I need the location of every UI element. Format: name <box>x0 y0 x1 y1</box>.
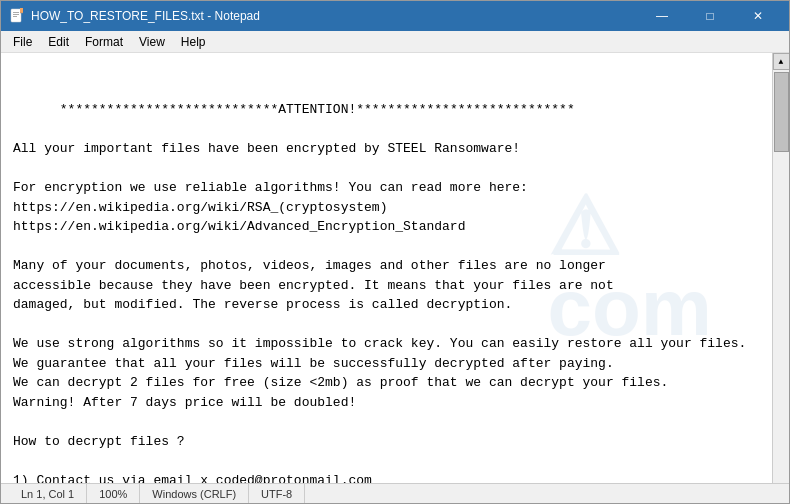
status-zoom: 100% <box>87 484 140 503</box>
status-charset: UTF-8 <box>249 484 305 503</box>
menu-file[interactable]: File <box>5 33 40 51</box>
zoom-text: 100% <box>99 488 127 500</box>
menu-format[interactable]: Format <box>77 33 131 51</box>
scrollbar-up-button[interactable]: ▲ <box>773 53 790 70</box>
minimize-button[interactable]: — <box>639 5 685 27</box>
notepad-icon <box>9 8 25 24</box>
text-editor[interactable]: ⚠com ****************************ATTENTI… <box>1 53 772 483</box>
scrollbar[interactable]: ▲ <box>772 53 789 483</box>
svg-rect-0 <box>11 9 21 22</box>
svg-rect-4 <box>20 8 23 13</box>
maximize-button[interactable]: □ <box>687 5 733 27</box>
status-line-col: Ln 1, Col 1 <box>9 484 87 503</box>
line-col-text: Ln 1, Col 1 <box>21 488 74 500</box>
title-bar-controls: — □ ✕ <box>639 5 781 27</box>
main-window: HOW_TO_RESTORE_FILES.txt - Notepad — □ ✕… <box>0 0 790 504</box>
document-text: ****************************ATTENTION!**… <box>13 102 746 483</box>
menu-view[interactable]: View <box>131 33 173 51</box>
status-bar: Ln 1, Col 1 100% Windows (CRLF) UTF-8 <box>1 483 789 503</box>
svg-rect-3 <box>13 16 17 17</box>
title-bar-left: HOW_TO_RESTORE_FILES.txt - Notepad <box>9 8 260 24</box>
window-title: HOW_TO_RESTORE_FILES.txt - Notepad <box>31 9 260 23</box>
svg-rect-1 <box>13 12 19 13</box>
encoding-text: Windows (CRLF) <box>152 488 236 500</box>
menu-help[interactable]: Help <box>173 33 214 51</box>
charset-text: UTF-8 <box>261 488 292 500</box>
svg-rect-2 <box>13 14 19 15</box>
status-encoding: Windows (CRLF) <box>140 484 249 503</box>
close-button[interactable]: ✕ <box>735 5 781 27</box>
title-bar: HOW_TO_RESTORE_FILES.txt - Notepad — □ ✕ <box>1 1 789 31</box>
menu-bar: File Edit Format View Help <box>1 31 789 53</box>
scrollbar-thumb[interactable] <box>774 72 789 152</box>
content-area: ⚠com ****************************ATTENTI… <box>1 53 789 483</box>
menu-edit[interactable]: Edit <box>40 33 77 51</box>
